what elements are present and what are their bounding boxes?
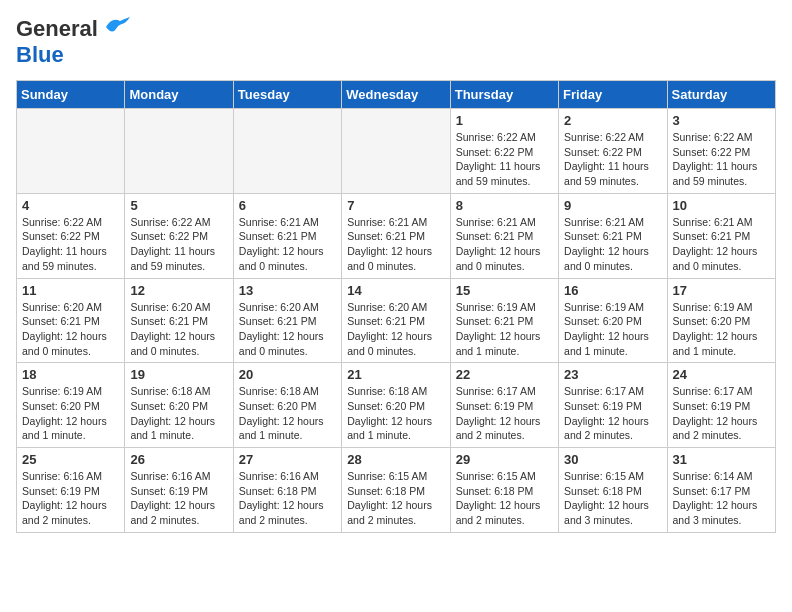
day-number: 2 — [564, 113, 661, 128]
day-number: 11 — [22, 283, 119, 298]
day-info: Sunrise: 6:15 AMSunset: 6:18 PMDaylight:… — [564, 469, 661, 528]
day-info: Sunrise: 6:16 AMSunset: 6:19 PMDaylight:… — [130, 469, 227, 528]
day-info: Sunrise: 6:19 AMSunset: 6:20 PMDaylight:… — [564, 300, 661, 359]
day-number: 15 — [456, 283, 553, 298]
day-number: 16 — [564, 283, 661, 298]
weekday-header-sunday: Sunday — [17, 81, 125, 109]
calendar-cell: 16Sunrise: 6:19 AMSunset: 6:20 PMDayligh… — [559, 278, 667, 363]
day-info: Sunrise: 6:20 AMSunset: 6:21 PMDaylight:… — [347, 300, 444, 359]
calendar-week-4: 18Sunrise: 6:19 AMSunset: 6:20 PMDayligh… — [17, 363, 776, 448]
day-number: 8 — [456, 198, 553, 213]
day-number: 7 — [347, 198, 444, 213]
calendar-cell: 18Sunrise: 6:19 AMSunset: 6:20 PMDayligh… — [17, 363, 125, 448]
calendar-cell: 17Sunrise: 6:19 AMSunset: 6:20 PMDayligh… — [667, 278, 775, 363]
calendar-cell — [342, 109, 450, 194]
day-info: Sunrise: 6:18 AMSunset: 6:20 PMDaylight:… — [130, 384, 227, 443]
calendar-cell: 2Sunrise: 6:22 AMSunset: 6:22 PMDaylight… — [559, 109, 667, 194]
calendar-cell: 20Sunrise: 6:18 AMSunset: 6:20 PMDayligh… — [233, 363, 341, 448]
day-info: Sunrise: 6:18 AMSunset: 6:20 PMDaylight:… — [239, 384, 336, 443]
calendar-cell: 4Sunrise: 6:22 AMSunset: 6:22 PMDaylight… — [17, 193, 125, 278]
day-number: 9 — [564, 198, 661, 213]
day-info: Sunrise: 6:16 AMSunset: 6:19 PMDaylight:… — [22, 469, 119, 528]
weekday-header-saturday: Saturday — [667, 81, 775, 109]
day-info: Sunrise: 6:16 AMSunset: 6:18 PMDaylight:… — [239, 469, 336, 528]
calendar-cell: 23Sunrise: 6:17 AMSunset: 6:19 PMDayligh… — [559, 363, 667, 448]
day-info: Sunrise: 6:17 AMSunset: 6:19 PMDaylight:… — [673, 384, 770, 443]
day-number: 25 — [22, 452, 119, 467]
weekday-header-wednesday: Wednesday — [342, 81, 450, 109]
day-info: Sunrise: 6:21 AMSunset: 6:21 PMDaylight:… — [239, 215, 336, 274]
day-number: 19 — [130, 367, 227, 382]
calendar-cell: 3Sunrise: 6:22 AMSunset: 6:22 PMDaylight… — [667, 109, 775, 194]
calendar-cell: 26Sunrise: 6:16 AMSunset: 6:19 PMDayligh… — [125, 448, 233, 533]
day-number: 1 — [456, 113, 553, 128]
day-number: 6 — [239, 198, 336, 213]
day-info: Sunrise: 6:21 AMSunset: 6:21 PMDaylight:… — [456, 215, 553, 274]
page-header: General Blue — [16, 16, 776, 68]
day-number: 17 — [673, 283, 770, 298]
day-info: Sunrise: 6:21 AMSunset: 6:21 PMDaylight:… — [564, 215, 661, 274]
calendar-cell: 24Sunrise: 6:17 AMSunset: 6:19 PMDayligh… — [667, 363, 775, 448]
day-info: Sunrise: 6:18 AMSunset: 6:20 PMDaylight:… — [347, 384, 444, 443]
calendar-cell: 15Sunrise: 6:19 AMSunset: 6:21 PMDayligh… — [450, 278, 558, 363]
day-info: Sunrise: 6:22 AMSunset: 6:22 PMDaylight:… — [22, 215, 119, 274]
day-number: 29 — [456, 452, 553, 467]
weekday-header-thursday: Thursday — [450, 81, 558, 109]
calendar-cell: 19Sunrise: 6:18 AMSunset: 6:20 PMDayligh… — [125, 363, 233, 448]
logo-blue-text: Blue — [16, 42, 64, 67]
day-number: 5 — [130, 198, 227, 213]
calendar-cell: 8Sunrise: 6:21 AMSunset: 6:21 PMDaylight… — [450, 193, 558, 278]
calendar-cell: 22Sunrise: 6:17 AMSunset: 6:19 PMDayligh… — [450, 363, 558, 448]
day-number: 21 — [347, 367, 444, 382]
day-number: 13 — [239, 283, 336, 298]
calendar-cell — [233, 109, 341, 194]
day-number: 30 — [564, 452, 661, 467]
calendar-cell: 9Sunrise: 6:21 AMSunset: 6:21 PMDaylight… — [559, 193, 667, 278]
day-info: Sunrise: 6:22 AMSunset: 6:22 PMDaylight:… — [673, 130, 770, 189]
day-number: 26 — [130, 452, 227, 467]
weekday-header-monday: Monday — [125, 81, 233, 109]
calendar-cell: 10Sunrise: 6:21 AMSunset: 6:21 PMDayligh… — [667, 193, 775, 278]
day-info: Sunrise: 6:19 AMSunset: 6:20 PMDaylight:… — [22, 384, 119, 443]
logo-general-text: General — [16, 16, 98, 42]
day-number: 18 — [22, 367, 119, 382]
calendar-cell: 21Sunrise: 6:18 AMSunset: 6:20 PMDayligh… — [342, 363, 450, 448]
calendar-cell: 25Sunrise: 6:16 AMSunset: 6:19 PMDayligh… — [17, 448, 125, 533]
day-info: Sunrise: 6:20 AMSunset: 6:21 PMDaylight:… — [239, 300, 336, 359]
calendar-cell: 29Sunrise: 6:15 AMSunset: 6:18 PMDayligh… — [450, 448, 558, 533]
calendar-week-3: 11Sunrise: 6:20 AMSunset: 6:21 PMDayligh… — [17, 278, 776, 363]
calendar-cell: 27Sunrise: 6:16 AMSunset: 6:18 PMDayligh… — [233, 448, 341, 533]
calendar-cell: 1Sunrise: 6:22 AMSunset: 6:22 PMDaylight… — [450, 109, 558, 194]
day-info: Sunrise: 6:22 AMSunset: 6:22 PMDaylight:… — [456, 130, 553, 189]
day-info: Sunrise: 6:20 AMSunset: 6:21 PMDaylight:… — [130, 300, 227, 359]
calendar-cell: 12Sunrise: 6:20 AMSunset: 6:21 PMDayligh… — [125, 278, 233, 363]
logo-bird-icon — [102, 17, 130, 37]
day-number: 4 — [22, 198, 119, 213]
day-number: 20 — [239, 367, 336, 382]
calendar-cell: 28Sunrise: 6:15 AMSunset: 6:18 PMDayligh… — [342, 448, 450, 533]
day-number: 14 — [347, 283, 444, 298]
day-info: Sunrise: 6:19 AMSunset: 6:21 PMDaylight:… — [456, 300, 553, 359]
weekday-header-tuesday: Tuesday — [233, 81, 341, 109]
day-info: Sunrise: 6:21 AMSunset: 6:21 PMDaylight:… — [347, 215, 444, 274]
calendar-table: SundayMondayTuesdayWednesdayThursdayFrid… — [16, 80, 776, 533]
day-number: 12 — [130, 283, 227, 298]
calendar-cell — [17, 109, 125, 194]
calendar-week-1: 1Sunrise: 6:22 AMSunset: 6:22 PMDaylight… — [17, 109, 776, 194]
calendar-cell: 7Sunrise: 6:21 AMSunset: 6:21 PMDaylight… — [342, 193, 450, 278]
calendar-cell: 13Sunrise: 6:20 AMSunset: 6:21 PMDayligh… — [233, 278, 341, 363]
day-number: 22 — [456, 367, 553, 382]
calendar-cell: 5Sunrise: 6:22 AMSunset: 6:22 PMDaylight… — [125, 193, 233, 278]
day-number: 10 — [673, 198, 770, 213]
day-number: 23 — [564, 367, 661, 382]
calendar-cell: 14Sunrise: 6:20 AMSunset: 6:21 PMDayligh… — [342, 278, 450, 363]
day-number: 3 — [673, 113, 770, 128]
calendar-week-5: 25Sunrise: 6:16 AMSunset: 6:19 PMDayligh… — [17, 448, 776, 533]
day-number: 27 — [239, 452, 336, 467]
day-info: Sunrise: 6:17 AMSunset: 6:19 PMDaylight:… — [564, 384, 661, 443]
calendar-cell — [125, 109, 233, 194]
day-info: Sunrise: 6:20 AMSunset: 6:21 PMDaylight:… — [22, 300, 119, 359]
calendar-cell: 11Sunrise: 6:20 AMSunset: 6:21 PMDayligh… — [17, 278, 125, 363]
day-number: 31 — [673, 452, 770, 467]
day-info: Sunrise: 6:21 AMSunset: 6:21 PMDaylight:… — [673, 215, 770, 274]
